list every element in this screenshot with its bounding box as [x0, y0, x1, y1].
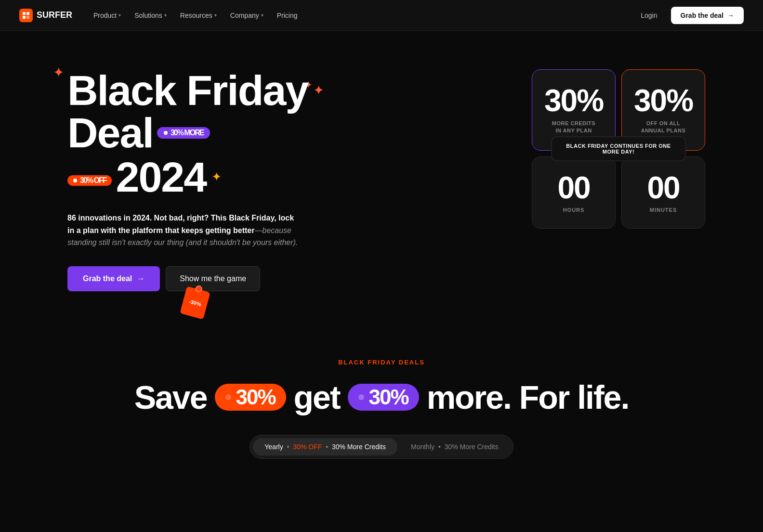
dot-orange-icon [225, 394, 231, 400]
badge-30off: 30% OFF [67, 175, 112, 186]
title-black-friday: Black Friday [67, 69, 308, 112]
badge-30more: 30% MORE [157, 127, 210, 139]
title-deal: Deal [67, 112, 153, 154]
chevron-down-icon: ▾ [164, 13, 167, 18]
spark-icon-title: ✦ [314, 85, 322, 96]
dot-icon [164, 131, 168, 135]
nav-item-company[interactable]: Company ▾ [224, 8, 269, 23]
title-line2: Deal 30% MORE [67, 112, 322, 154]
logo[interactable]: SURFER [19, 9, 72, 22]
credits-number: 30% [544, 85, 604, 116]
countdown-grid: 30% MORE CREDITS IN ANY PLAN 30% OFF ON … [532, 69, 705, 229]
svg-rect-3 [26, 16, 29, 19]
hero-title: Black Friday ✦ Deal 30% MORE 30% OFF 202… [67, 69, 322, 198]
section2: BLACK FRIDAY DEALS Save 30% get 30% more… [0, 320, 763, 488]
dot-icon [73, 179, 77, 182]
hero-subtitle: 86 innovations in 2024. Not bad, right? … [67, 212, 299, 249]
hours-number: 00 [544, 172, 604, 203]
chevron-down-icon: ▾ [214, 13, 217, 18]
tab-yearly[interactable]: Yearly • 30% OFF • 30% More Credits [253, 438, 397, 455]
spark-icon-topleft: ✦ [53, 65, 64, 80]
nav-item-pricing[interactable]: Pricing [271, 8, 303, 23]
minutes-label: MINUTES [633, 207, 693, 213]
badge-purple: 30% [348, 384, 419, 411]
hero-right: 30% MORE CREDITS IN ANY PLAN 30% OFF ON … [532, 69, 705, 229]
minutes-number: 00 [633, 172, 693, 203]
nav-item-product[interactable]: Product ▾ [88, 8, 127, 23]
title-get: get [294, 379, 340, 415]
dot-purple-icon [358, 394, 364, 400]
tab-monthly[interactable]: Monthly • 30% More Credits [399, 438, 510, 455]
navbar: SURFER Product ▾ Solutions ▾ Resources ▾… [0, 0, 763, 31]
title-more-for-life: more. For life. [427, 379, 629, 415]
hours-label: HOURS [544, 207, 604, 213]
section2-label: BLACK FRIDAY DEALS [19, 359, 744, 366]
grab-deal-hero-button[interactable]: Grab the deal → [67, 266, 160, 291]
countdown-card-hours: 00 HOURS [532, 156, 616, 229]
svg-rect-2 [23, 16, 26, 19]
svg-rect-0 [23, 12, 26, 15]
price-tag-shape: -30% [180, 286, 210, 319]
grab-deal-nav-button[interactable]: Grab the deal → [671, 7, 744, 24]
spark-icon-year: ✦ [212, 172, 220, 182]
title-line3: 30% OFF 2024 ✦ [67, 156, 322, 198]
login-button[interactable]: Login [635, 8, 663, 23]
title-save: Save [134, 379, 207, 415]
price-tag-decoration: -30% [183, 289, 210, 323]
logo-text: SURFER [37, 10, 72, 20]
countdown-card-minutes: 00 MINUTES [621, 156, 705, 229]
nav-links: Product ▾ Solutions ▾ Resources ▾ Compan… [88, 8, 303, 23]
tab-switcher: Yearly • 30% OFF • 30% More Credits Mont… [19, 435, 744, 459]
hero-left: ✦ ✦ Black Friday ✦ Deal 30% MORE 30% OFF [67, 69, 322, 291]
badge-orange: 30% [215, 384, 286, 411]
title-line1: Black Friday ✦ [67, 69, 322, 112]
arrow-icon: → [727, 12, 734, 19]
off-number: 30% [633, 85, 693, 116]
nav-item-resources[interactable]: Resources ▾ [174, 8, 223, 23]
credits-label: MORE CREDITS IN ANY PLAN [544, 120, 604, 135]
navbar-left: SURFER Product ▾ Solutions ▾ Resources ▾… [19, 8, 303, 23]
show-game-button[interactable]: Show me the game [166, 266, 260, 291]
hero-buttons: Grab the deal → Show me the game -30% [67, 266, 322, 291]
tab-pills: Yearly • 30% OFF • 30% More Credits Mont… [250, 435, 513, 459]
svg-rect-1 [26, 12, 29, 15]
hero-section: ✦ ✦ Black Friday ✦ Deal 30% MORE 30% OFF [0, 31, 763, 320]
title-deal2: 30% OFF 2024 [67, 156, 206, 198]
chevron-down-icon: ▾ [118, 13, 121, 18]
logo-icon [19, 9, 33, 22]
chevron-down-icon: ▾ [261, 13, 263, 18]
bf-banner-text: BLACK FRIDAY CONTINUES FOR ONE MORE DAY! [560, 143, 677, 155]
nav-item-solutions[interactable]: Solutions ▾ [129, 8, 172, 23]
navbar-right: Login Grab the deal → [635, 7, 744, 24]
off-label: OFF ON ALL ANNUAL PLANS [633, 120, 693, 135]
bf-banner: BLACK FRIDAY CONTINUES FOR ONE MORE DAY! [551, 136, 686, 161]
section2-title: Save 30% get 30% more. For life. [19, 379, 744, 415]
arrow-icon: → [137, 274, 145, 283]
